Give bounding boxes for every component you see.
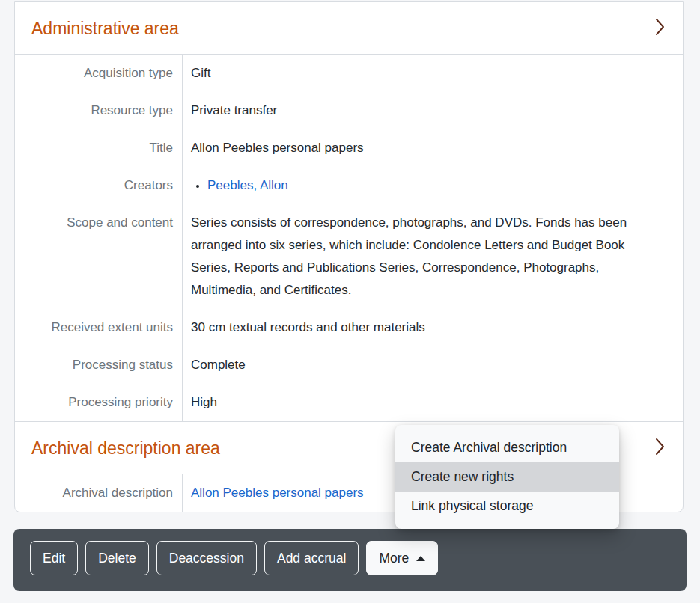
field-value: High: [183, 384, 673, 421]
more-dropdown-menu: Create Archival description Create new r…: [395, 425, 619, 529]
delete-button[interactable]: Delete: [85, 541, 149, 575]
add-accrual-button[interactable]: Add accrual: [264, 541, 359, 575]
creator-link[interactable]: Peebles, Allon: [207, 178, 288, 192]
field-value: Allon Peebles personal papers: [183, 129, 673, 167]
field-value: 30 cm textual records and other material…: [183, 309, 673, 346]
creators-list: Peebles, Allon: [191, 174, 660, 197]
field-label: Processing priority: [15, 384, 183, 421]
action-bar: Edit Delete Deaccession Add accrual More: [13, 529, 687, 591]
field-label: Processing status: [15, 346, 183, 384]
edit-button[interactable]: Edit: [30, 541, 78, 575]
field-label: Title: [15, 129, 183, 167]
chevron-right-icon: [651, 435, 668, 461]
field-label: Creators: [15, 167, 183, 204]
field-row-resource-type: Resource type Private transfer: [15, 92, 683, 129]
field-value: Series consists of correspondence, photo…: [183, 204, 673, 309]
field-label: Resource type: [15, 92, 183, 129]
more-button-label: More: [379, 549, 409, 567]
field-row-processing-priority: Processing priority High: [15, 384, 683, 421]
field-row-creators: Creators Peebles, Allon: [15, 167, 683, 204]
field-row-processing-status: Processing status Complete: [15, 346, 683, 384]
menu-item-create-new-rights[interactable]: Create new rights: [395, 462, 619, 492]
archival-description-link[interactable]: Allon Peebles personal papers: [191, 486, 364, 500]
field-value: Peebles, Allon: [183, 167, 673, 204]
menu-item-create-archival-description[interactable]: Create Archival description: [395, 433, 619, 462]
field-value: Private transfer: [183, 92, 673, 129]
caret-up-icon: [416, 556, 425, 561]
field-value: Complete: [183, 346, 673, 384]
field-label: Archival description: [15, 474, 183, 512]
administrative-area-title: Administrative area: [31, 17, 179, 40]
field-label: Acquisition type: [15, 55, 183, 92]
creators-list-item: Peebles, Allon: [207, 174, 660, 197]
field-row-scope-and-content: Scope and content Series consists of cor…: [15, 204, 683, 309]
more-button[interactable]: More: [366, 541, 438, 575]
field-value: Gift: [183, 55, 673, 92]
field-label: Received extent units: [15, 309, 183, 346]
field-row-received-extent-units: Received extent units 30 cm textual reco…: [15, 309, 683, 346]
deaccession-button[interactable]: Deaccession: [156, 541, 257, 575]
field-label: Scope and content: [15, 204, 183, 309]
field-row-acquisition-type: Acquisition type Gift: [15, 55, 683, 92]
field-row-title: Title Allon Peebles personal papers: [15, 129, 683, 167]
chevron-right-icon: [651, 16, 668, 41]
menu-item-link-physical-storage[interactable]: Link physical storage: [395, 492, 619, 521]
section-header-administrative-area[interactable]: Administrative area: [15, 2, 683, 55]
archival-description-area-title: Archival description area: [31, 437, 220, 459]
